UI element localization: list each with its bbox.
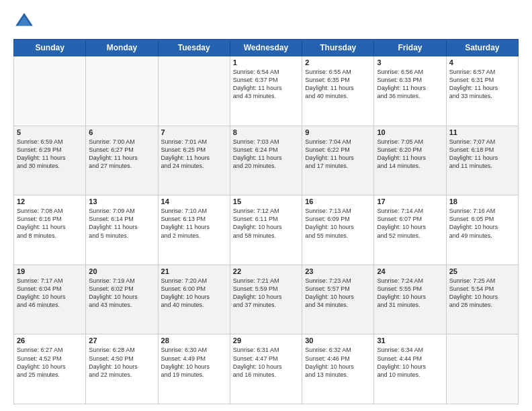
calendar-table: SundayMondayTuesdayWednesdayThursdayFrid… bbox=[13, 39, 519, 404]
day-info: Sunrise: 7:01 AMSunset: 6:25 PMDaylight:… bbox=[161, 138, 227, 171]
calendar-cell: 31Sunrise: 6:34 AMSunset: 4:44 PMDayligh… bbox=[374, 334, 446, 404]
day-info: Sunrise: 6:56 AMSunset: 6:33 PMDaylight:… bbox=[377, 68, 443, 101]
day-number: 28 bbox=[161, 336, 227, 345]
day-number: 29 bbox=[233, 336, 299, 345]
calendar-cell: 1Sunrise: 6:54 AMSunset: 6:37 PMDaylight… bbox=[230, 56, 302, 126]
calendar-cell bbox=[14, 56, 86, 126]
day-number: 18 bbox=[449, 197, 515, 205]
day-info: Sunrise: 7:25 AMSunset: 5:54 PMDaylight:… bbox=[449, 277, 515, 310]
calendar-cell: 18Sunrise: 7:16 AMSunset: 6:05 PMDayligh… bbox=[446, 195, 518, 265]
day-info: Sunrise: 6:57 AMSunset: 6:31 PMDaylight:… bbox=[449, 68, 515, 101]
day-number: 24 bbox=[377, 267, 443, 275]
day-info: Sunrise: 7:21 AMSunset: 5:59 PMDaylight:… bbox=[233, 277, 299, 310]
calendar-cell: 23Sunrise: 7:23 AMSunset: 5:57 PMDayligh… bbox=[302, 265, 374, 334]
calendar-cell: 24Sunrise: 7:24 AMSunset: 5:55 PMDayligh… bbox=[374, 265, 446, 334]
day-number: 2 bbox=[305, 58, 371, 66]
calendar-cell: 11Sunrise: 7:07 AMSunset: 6:18 PMDayligh… bbox=[446, 126, 518, 195]
calendar-cell: 25Sunrise: 7:25 AMSunset: 5:54 PMDayligh… bbox=[446, 265, 518, 334]
calendar-cell: 14Sunrise: 7:10 AMSunset: 6:13 PMDayligh… bbox=[158, 195, 230, 265]
day-number: 27 bbox=[89, 336, 154, 345]
day-number: 10 bbox=[377, 128, 443, 136]
calendar-cell: 12Sunrise: 7:08 AMSunset: 6:16 PMDayligh… bbox=[14, 195, 86, 265]
day-number: 25 bbox=[449, 267, 515, 275]
day-number: 12 bbox=[17, 197, 83, 205]
weekday-header-thursday: Thursday bbox=[302, 40, 374, 56]
calendar-cell: 6Sunrise: 7:00 AMSunset: 6:27 PMDaylight… bbox=[86, 126, 158, 195]
calendar-week-row: 12Sunrise: 7:08 AMSunset: 6:16 PMDayligh… bbox=[14, 195, 519, 265]
calendar-cell: 21Sunrise: 7:20 AMSunset: 6:00 PMDayligh… bbox=[158, 265, 230, 334]
day-number: 13 bbox=[89, 197, 154, 205]
day-info: Sunrise: 6:59 AMSunset: 6:29 PMDaylight:… bbox=[17, 138, 83, 171]
header bbox=[13, 11, 519, 32]
day-number: 15 bbox=[233, 197, 299, 205]
day-number: 8 bbox=[233, 128, 299, 136]
calendar-week-row: 26Sunrise: 6:27 AMSunset: 4:52 PMDayligh… bbox=[14, 334, 519, 404]
calendar-week-row: 1Sunrise: 6:54 AMSunset: 6:37 PMDaylight… bbox=[14, 56, 519, 126]
day-info: Sunrise: 6:32 AMSunset: 4:46 PMDaylight:… bbox=[305, 346, 371, 379]
calendar-cell: 19Sunrise: 7:17 AMSunset: 6:04 PMDayligh… bbox=[14, 265, 86, 334]
day-info: Sunrise: 7:13 AMSunset: 6:09 PMDaylight:… bbox=[305, 207, 371, 240]
day-info: Sunrise: 6:54 AMSunset: 6:37 PMDaylight:… bbox=[233, 68, 299, 101]
day-info: Sunrise: 6:34 AMSunset: 4:44 PMDaylight:… bbox=[377, 346, 443, 379]
day-info: Sunrise: 7:05 AMSunset: 6:20 PMDaylight:… bbox=[377, 138, 443, 171]
day-number: 9 bbox=[305, 128, 371, 136]
day-info: Sunrise: 7:07 AMSunset: 6:18 PMDaylight:… bbox=[449, 138, 515, 171]
logo bbox=[13, 11, 38, 32]
weekday-header-row: SundayMondayTuesdayWednesdayThursdayFrid… bbox=[14, 40, 519, 56]
calendar-cell: 28Sunrise: 6:30 AMSunset: 4:49 PMDayligh… bbox=[158, 334, 230, 404]
day-info: Sunrise: 7:00 AMSunset: 6:27 PMDaylight:… bbox=[89, 138, 154, 171]
calendar-cell: 5Sunrise: 6:59 AMSunset: 6:29 PMDaylight… bbox=[14, 126, 86, 195]
calendar-cell bbox=[86, 56, 158, 126]
calendar-cell: 2Sunrise: 6:55 AMSunset: 6:35 PMDaylight… bbox=[302, 56, 374, 126]
calendar-cell: 20Sunrise: 7:19 AMSunset: 6:02 PMDayligh… bbox=[86, 265, 158, 334]
day-number: 17 bbox=[377, 197, 443, 205]
day-info: Sunrise: 7:12 AMSunset: 6:11 PMDaylight:… bbox=[233, 207, 299, 240]
day-number: 19 bbox=[17, 267, 83, 275]
calendar-cell: 9Sunrise: 7:04 AMSunset: 6:22 PMDaylight… bbox=[302, 126, 374, 195]
calendar-cell bbox=[446, 334, 518, 404]
calendar-cell: 17Sunrise: 7:14 AMSunset: 6:07 PMDayligh… bbox=[374, 195, 446, 265]
weekday-header-friday: Friday bbox=[374, 40, 446, 56]
day-number: 1 bbox=[233, 58, 299, 66]
calendar-cell: 8Sunrise: 7:03 AMSunset: 6:24 PMDaylight… bbox=[230, 126, 302, 195]
day-number: 7 bbox=[161, 128, 227, 136]
day-number: 23 bbox=[305, 267, 371, 275]
calendar-cell: 30Sunrise: 6:32 AMSunset: 4:46 PMDayligh… bbox=[302, 334, 374, 404]
day-number: 6 bbox=[89, 128, 154, 136]
calendar-cell bbox=[158, 56, 230, 126]
weekday-header-wednesday: Wednesday bbox=[230, 40, 302, 56]
day-info: Sunrise: 7:24 AMSunset: 5:55 PMDaylight:… bbox=[377, 277, 443, 310]
day-number: 30 bbox=[305, 336, 371, 345]
day-number: 11 bbox=[449, 128, 515, 136]
day-info: Sunrise: 7:19 AMSunset: 6:02 PMDaylight:… bbox=[89, 277, 154, 310]
day-info: Sunrise: 6:27 AMSunset: 4:52 PMDaylight:… bbox=[17, 346, 83, 379]
logo-icon bbox=[13, 11, 35, 32]
day-number: 16 bbox=[305, 197, 371, 205]
day-number: 5 bbox=[17, 128, 83, 136]
calendar-cell: 4Sunrise: 6:57 AMSunset: 6:31 PMDaylight… bbox=[446, 56, 518, 126]
weekday-header-tuesday: Tuesday bbox=[158, 40, 230, 56]
weekday-header-saturday: Saturday bbox=[446, 40, 518, 56]
calendar-cell: 26Sunrise: 6:27 AMSunset: 4:52 PMDayligh… bbox=[14, 334, 86, 404]
day-info: Sunrise: 6:28 AMSunset: 4:50 PMDaylight:… bbox=[89, 346, 154, 379]
calendar-cell: 15Sunrise: 7:12 AMSunset: 6:11 PMDayligh… bbox=[230, 195, 302, 265]
weekday-header-sunday: Sunday bbox=[14, 40, 86, 56]
day-number: 21 bbox=[161, 267, 227, 275]
calendar-week-row: 19Sunrise: 7:17 AMSunset: 6:04 PMDayligh… bbox=[14, 265, 519, 334]
day-number: 26 bbox=[17, 336, 83, 345]
day-number: 4 bbox=[449, 58, 515, 66]
day-number: 14 bbox=[161, 197, 227, 205]
calendar-cell: 7Sunrise: 7:01 AMSunset: 6:25 PMDaylight… bbox=[158, 126, 230, 195]
day-number: 3 bbox=[377, 58, 443, 66]
calendar-cell: 13Sunrise: 7:09 AMSunset: 6:14 PMDayligh… bbox=[86, 195, 158, 265]
calendar-cell: 10Sunrise: 7:05 AMSunset: 6:20 PMDayligh… bbox=[374, 126, 446, 195]
day-info: Sunrise: 6:55 AMSunset: 6:35 PMDaylight:… bbox=[305, 68, 371, 101]
calendar-cell: 27Sunrise: 6:28 AMSunset: 4:50 PMDayligh… bbox=[86, 334, 158, 404]
day-number: 31 bbox=[377, 336, 443, 345]
calendar-cell: 22Sunrise: 7:21 AMSunset: 5:59 PMDayligh… bbox=[230, 265, 302, 334]
day-info: Sunrise: 7:09 AMSunset: 6:14 PMDaylight:… bbox=[89, 207, 154, 240]
day-info: Sunrise: 7:10 AMSunset: 6:13 PMDaylight:… bbox=[161, 207, 227, 240]
day-info: Sunrise: 7:20 AMSunset: 6:00 PMDaylight:… bbox=[161, 277, 227, 310]
day-info: Sunrise: 6:31 AMSunset: 4:47 PMDaylight:… bbox=[233, 346, 299, 379]
day-info: Sunrise: 7:23 AMSunset: 5:57 PMDaylight:… bbox=[305, 277, 371, 310]
